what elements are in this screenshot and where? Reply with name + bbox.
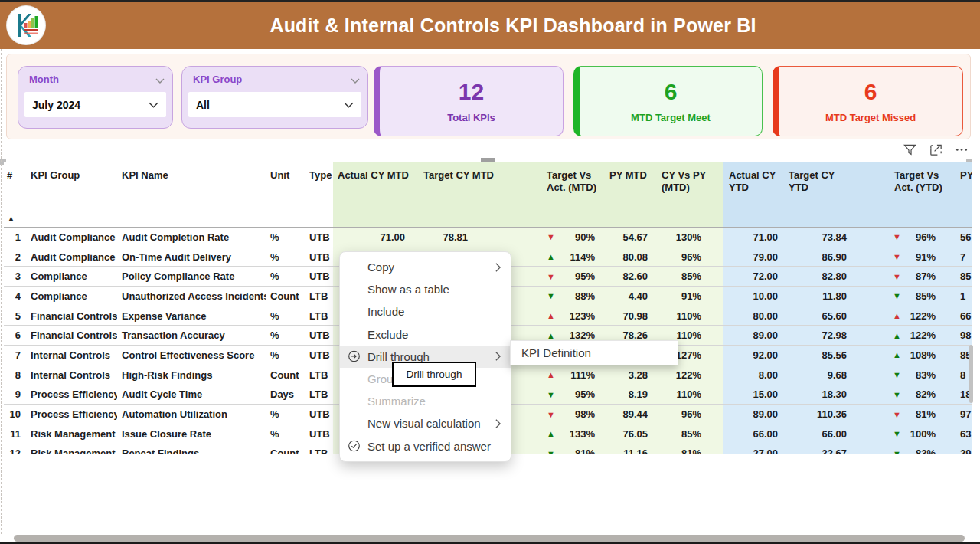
cell-group[interactable]: Process Efficiency [24, 385, 117, 405]
cell-unit[interactable]: % [266, 405, 304, 424]
cell-cy-py-mtd[interactable]: 85% [652, 267, 723, 286]
cell-target-ytd[interactable]: 9.68 [782, 365, 853, 385]
cell-tva-mtd[interactable]: ▼95% [537, 385, 605, 405]
cell-py-mtd[interactable]: 80.08 [605, 247, 652, 267]
cell-group[interactable]: Internal Controls [24, 365, 117, 385]
cell-cy-py-mtd[interactable]: 110% [652, 385, 723, 405]
cell-name[interactable]: High-Risk Findings [117, 365, 266, 385]
cell-tva-mtd[interactable]: ▼81% [537, 444, 605, 454]
cell-py-ytd[interactable]: 98 [957, 326, 972, 345]
cell-py-ytd[interactable]: 7 [957, 247, 972, 267]
column-header-py-ytd[interactable]: PY YTD [957, 162, 972, 227]
cell-py-ytd[interactable]: 56 [957, 228, 972, 247]
cell-tva-mtd[interactable]: ▼88% [537, 287, 605, 306]
cell-unit[interactable]: % [266, 247, 304, 267]
mtd-target-meet-card[interactable]: 6 MTD Target Meet [573, 66, 763, 136]
cell-actual-ytd[interactable]: 79.00 [723, 247, 782, 267]
cell-actual-ytd[interactable]: 66.00 [723, 424, 782, 444]
cell-actual-ytd[interactable]: 27.00 [723, 444, 782, 454]
cell-cy-py-mtd[interactable]: 96% [652, 405, 723, 424]
cell-actual-ytd[interactable]: 80.00 [723, 306, 782, 326]
cell-type[interactable]: UTB [304, 346, 333, 365]
cell-py-ytd[interactable]: 85 [957, 267, 972, 286]
cell-group[interactable]: Risk Management [24, 424, 117, 444]
focus-mode-icon[interactable] [928, 142, 943, 157]
cell-py-mtd[interactable]: 89.44 [605, 405, 652, 424]
cell-actual-ytd[interactable]: 72.00 [723, 267, 782, 286]
cell-type[interactable]: UTB [304, 326, 333, 345]
menu-item-copy[interactable]: Copy [340, 256, 511, 278]
menu-item-exclude[interactable]: Exclude [340, 323, 511, 346]
cell-type[interactable]: LTB [304, 306, 333, 326]
cell-target-ytd[interactable]: 66.00 [782, 424, 853, 444]
cell-tva-ytd[interactable]: ▼81% [890, 405, 957, 424]
cell-cy-py-mtd[interactable]: 81% [652, 444, 723, 454]
cell-name[interactable]: Unauthorized Access Incidents [117, 287, 266, 306]
cell-actual-ytd[interactable]: 92.00 [723, 346, 782, 365]
total-kpis-card[interactable]: 12 Total KPIs [374, 66, 564, 136]
table-row[interactable]: 1Audit ComplianceAudit Completion Rate%U… [4, 228, 972, 247]
cell-name[interactable]: Audit Completion Rate [117, 228, 266, 247]
cell-tva-mtd[interactable]: ▲111% [537, 365, 605, 385]
chevron-down-icon[interactable] [351, 74, 360, 87]
sort-ascending-icon[interactable]: ▲ [8, 215, 15, 223]
cell-target-ytd[interactable]: 82.80 [782, 267, 853, 286]
cell-py-mtd[interactable]: 82.60 [605, 267, 652, 286]
cell-cy-py-mtd[interactable]: 96% [652, 247, 723, 267]
cell-actual-ytd[interactable]: 89.00 [723, 405, 782, 424]
month-slicer[interactable]: Month July 2024 [18, 66, 173, 129]
kpi-group-slicer[interactable]: KPI Group All [181, 66, 368, 129]
cell-name[interactable]: Issue Closure Rate [117, 424, 266, 444]
cell-num[interactable]: 1 [4, 228, 24, 247]
cell-target-ytd[interactable]: 32.67 [782, 444, 853, 454]
cell-type[interactable]: UTB [304, 405, 333, 424]
cell-cy-py-mtd[interactable]: 110% [652, 306, 723, 326]
cell-cy-py-mtd[interactable]: 122% [652, 365, 723, 385]
column-header-target-vs-act-ytd[interactable]: Target Vs Act. (YTD) [890, 162, 957, 227]
cell-type[interactable]: UTB [304, 228, 333, 247]
cell-tva-ytd[interactable]: ▼100% [890, 424, 957, 444]
cell-name[interactable]: On-Time Audit Delivery [117, 247, 266, 267]
cell-num[interactable]: 2 [4, 247, 24, 267]
cell-actual-ytd[interactable]: 8.00 [723, 365, 782, 385]
cell-target-ytd[interactable]: 18.30 [782, 385, 853, 405]
column-header-unit[interactable]: Unit [266, 162, 304, 227]
cell-py-mtd[interactable]: 70.98 [605, 306, 652, 326]
vertical-scrollbar-thumb[interactable] [969, 345, 973, 403]
cell-py-mtd[interactable]: 11.16 [605, 444, 652, 454]
cell-unit[interactable]: % [266, 346, 304, 365]
cell-unit[interactable]: Days [266, 385, 304, 405]
column-header-target-cy-ytd[interactable]: Target CY YTD [782, 162, 853, 227]
cell-tva-ytd[interactable]: ▲122% [890, 326, 957, 345]
column-header-kpi-name[interactable]: KPI Name [117, 162, 266, 227]
cell-type[interactable]: LTB [304, 365, 333, 385]
cell-py-ytd[interactable]: 29 [957, 444, 972, 454]
cell-tva-ytd[interactable]: ▼96% [890, 228, 957, 247]
cell-tva-ytd[interactable]: ▼83% [890, 365, 957, 385]
cell-py-ytd[interactable]: 1 [957, 287, 972, 306]
cell-group[interactable]: Risk Management [24, 444, 117, 454]
cell-tva-ytd[interactable]: ▼85% [890, 287, 957, 306]
cell-group[interactable]: Process Efficiency [24, 405, 117, 424]
cell-tva-ytd[interactable]: ▼83% [890, 444, 957, 454]
kpi-group-dropdown[interactable]: All [188, 92, 361, 117]
cell-cy-py-mtd[interactable]: 130% [652, 228, 723, 247]
column-header-actual-cy-mtd[interactable]: Actual CY MTD [333, 162, 410, 227]
more-options-icon[interactable] [954, 142, 969, 157]
cell-py-ytd[interactable]: 97 [957, 405, 972, 424]
cell-target-ytd[interactable]: 85.56 [782, 346, 853, 365]
cell-name[interactable]: Transaction Accuracy [117, 326, 266, 345]
cell-unit[interactable]: % [266, 306, 304, 326]
month-dropdown[interactable]: July 2024 [24, 92, 166, 117]
cell-group[interactable]: Compliance [24, 287, 117, 306]
cell-type[interactable]: LTB [304, 385, 333, 405]
cell-type[interactable]: LTB [304, 287, 333, 306]
cell-target-mtd[interactable]: 78.81 [410, 228, 501, 247]
cell-name[interactable]: Audit Cycle Time [117, 385, 266, 405]
cell-unit[interactable]: % [266, 228, 304, 247]
column-header-target-vs-act-mtd[interactable]: Target Vs Act. (MTD) [537, 162, 605, 227]
cell-num[interactable]: 4 [4, 287, 24, 306]
cell-type[interactable]: UTB [304, 267, 333, 286]
menu-item-include[interactable]: Include [340, 300, 511, 323]
column-header-cy-vs-py-mtd[interactable]: CY Vs PY (MTD) [652, 162, 723, 227]
